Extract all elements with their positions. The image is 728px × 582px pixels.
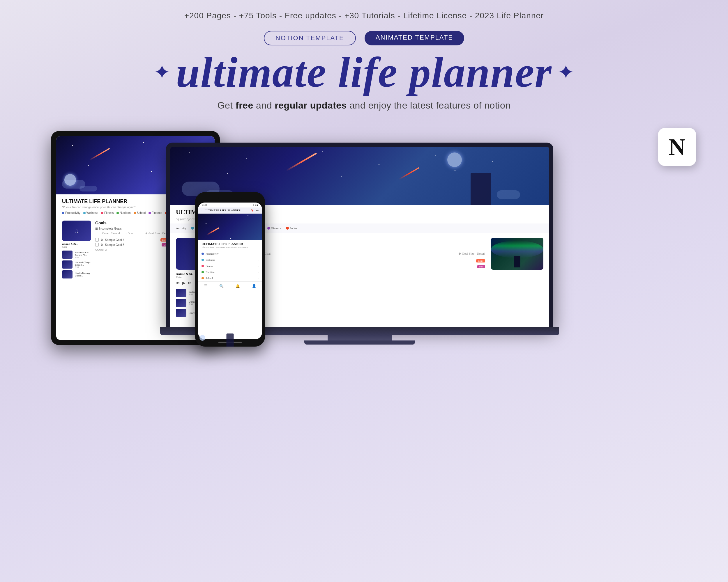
diamond-left-icon: ✦ (153, 60, 171, 84)
hero-title: ultimate life planner (176, 51, 552, 94)
tab-dot (134, 212, 136, 214)
phone-moon (200, 335, 205, 339)
phone-stars (198, 202, 262, 339)
hero-subtitle: Get free and regular updates and enjoy t… (0, 100, 728, 111)
tablet-incomplete-label: ☰ Incomplete Goals (95, 227, 170, 230)
tab-dot (83, 212, 86, 214)
thumbnail-1 (62, 251, 73, 259)
laptop-tab-index[interactable]: Index (286, 226, 297, 230)
phone-screen: 01:58 ▾ ● ■ ‹ ULTIMATE LIFE PLANNER 🔖 ••… (198, 202, 262, 339)
thumbnail-3 (62, 270, 73, 278)
phone-figure (227, 333, 234, 339)
devices-container: ULTIMATE LIFE PLANNER "If your life can … (44, 116, 684, 538)
diamond-right-icon: ✦ (557, 60, 575, 84)
phone-notch (218, 196, 242, 201)
laptop-count: COUNT 2 (228, 271, 485, 274)
table-row: 0 Sample Goal 4 Large (228, 259, 485, 263)
tablet-count: COUNT 2 (95, 248, 170, 251)
tab-fitness-tablet[interactable]: Fitness (101, 211, 113, 215)
tablet-moon (64, 174, 76, 186)
phone-device: 01:58 ▾ ● ■ ‹ ULTIMATE LIFE PLANNER 🔖 ••… (195, 192, 265, 347)
laptop-thumb-3 (176, 309, 186, 317)
tab-dot (149, 212, 151, 214)
tablet-music-image: ♫ (62, 221, 91, 241)
laptop-badge-med: Med (477, 265, 485, 268)
tablet-goals-table: Goals ☰ Incomplete Goals Done Reward... … (95, 221, 170, 280)
play-icon[interactable]: ▶ (182, 280, 185, 285)
laptop-stand (328, 335, 392, 340)
laptop-goals-area: Goals ☰ Incomplete Goals Done Reward... … (228, 238, 485, 318)
regular-updates-bold: regular updates (275, 100, 347, 111)
tab-nutrition-tablet[interactable]: Nutrition (116, 211, 130, 215)
features-text: +200 Pages - +75 Tools - Free updates - … (184, 11, 544, 20)
phone-header-image (198, 214, 262, 240)
table-row: 0 Sample Goal 3 Med (95, 243, 170, 247)
tab-finance-tablet[interactable]: Finance (149, 211, 162, 215)
tablet-goals-title: Goals (95, 221, 170, 225)
badges-row: NOTION TEMPLATE ANIMATED TEMPLATE (0, 31, 728, 46)
music-item-2: Unravel (Tokyo Ghoul)... 0:53 (62, 260, 91, 269)
tab-dot (62, 212, 64, 214)
laptop-tab-activity[interactable]: Activity (176, 226, 186, 230)
laptop-aurora-figure (514, 256, 520, 268)
notion-badge-label: NOTION TEMPLATE (276, 34, 344, 41)
checkbox-2[interactable] (95, 243, 99, 247)
tablet-music-list: Sadness and Sorrow Pl... 1:42 Unravel (T… (62, 251, 91, 278)
laptop-thumb-2 (176, 299, 186, 307)
tab-dot (116, 212, 119, 214)
tab-school-tablet[interactable]: School (134, 211, 146, 215)
laptop-tab-finance[interactable]: Finance (267, 226, 282, 230)
tab-productivity-tablet[interactable]: Productivity (62, 211, 80, 215)
laptop-aurora-effect (491, 241, 543, 258)
thumbnail-2 (62, 260, 73, 269)
table-row: 0 Sample Goal 3 Med (228, 265, 485, 269)
notion-n-letter: N (669, 134, 685, 160)
laptop-foot (304, 340, 415, 344)
animated-template-badge: ANIMATED TEMPLATE (365, 31, 464, 46)
laptop-goals-title: Goals (228, 238, 485, 244)
tab-wellness-tablet[interactable]: Wellness (83, 211, 98, 215)
tablet-music-title: Anime & Si... (62, 243, 91, 246)
tablet-goals-header: Done Reward... ↑↓ Goal ⊕ Goal Size Deser… (95, 232, 170, 236)
phone-outer: 01:58 ▾ ● ■ ‹ ULTIMATE LIFE PLANNER 🔖 ••… (195, 192, 265, 347)
laptop-moon (447, 153, 462, 167)
hero-title-row: ✦ ultimate life planner ✦ (0, 51, 728, 94)
notion-logo: N (658, 128, 696, 166)
laptop-thumb-1 (176, 289, 186, 297)
laptop-goals-header: Done Reward... ↑↓ Goal ⊕ Goal Size Deser… (228, 252, 485, 257)
laptop-aurora-image (491, 238, 543, 270)
next-icon[interactable]: ⏭ (188, 280, 192, 285)
laptop-incomplete-label: ☰ Incomplete Goals (228, 246, 485, 249)
tablet-music-sub: Katu (62, 246, 91, 248)
prev-icon[interactable]: ⏮ (176, 280, 180, 285)
animated-badge-label: ANIMATED TEMPLATE (375, 34, 453, 41)
music-item-1: Sadness and Sorrow Pl... 1:42 (62, 251, 91, 259)
music-item-3: Howl's Moving Castle... (62, 270, 91, 278)
tablet-music-card: ♫ Anime & Si... Katu Sadness and Sorrow … (62, 221, 91, 280)
feature-list: +200 Pages - +75 Tools - Free updates - … (0, 0, 728, 26)
laptop-figure (471, 173, 491, 205)
free-bold: free (236, 100, 253, 111)
table-row: 0 Sample Goal 4 Large (95, 238, 170, 242)
notion-template-badge: NOTION TEMPLATE (264, 31, 356, 46)
laptop-badge-large: Large (476, 259, 485, 262)
checkbox-1[interactable] (95, 238, 99, 242)
tab-dot (101, 212, 103, 214)
